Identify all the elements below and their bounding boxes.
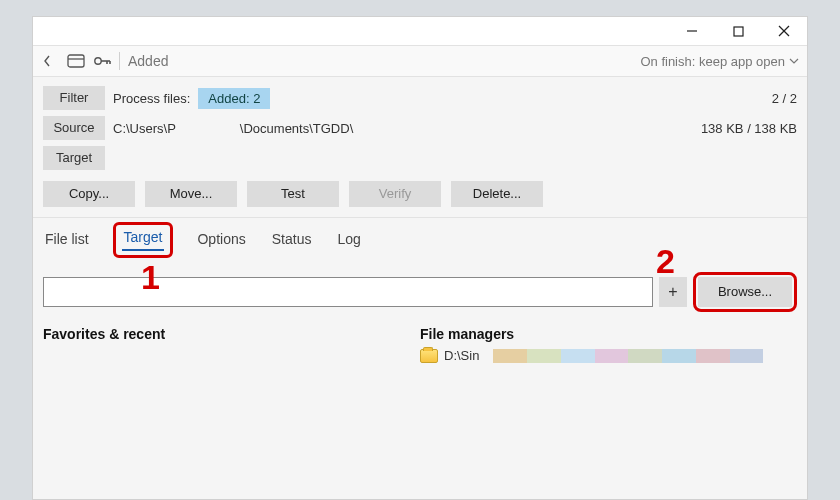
titlebar <box>33 17 807 45</box>
source-button[interactable]: Source <box>43 116 105 140</box>
added-chip[interactable]: Added: 2 <box>198 88 270 109</box>
file-count: 2 / 2 <box>772 91 797 106</box>
source-path-left: C:\Users\P <box>113 121 176 136</box>
delete-button[interactable]: Delete... <box>451 181 543 207</box>
svg-point-7 <box>95 58 101 64</box>
annotation-target-box: Target <box>113 222 174 258</box>
filemanagers-heading: File managers <box>420 326 797 342</box>
svg-rect-1 <box>734 27 743 36</box>
tab-filelist[interactable]: File list <box>43 229 91 251</box>
maximize-button[interactable] <box>715 17 761 45</box>
action-bar: Copy... Move... Test Verify Delete... <box>33 173 807 218</box>
favorites-column: Favorites & recent <box>43 326 420 363</box>
folder-icon <box>420 349 438 363</box>
svg-rect-5 <box>68 55 84 67</box>
redacted-text <box>493 349 763 363</box>
copy-button[interactable]: Copy... <box>43 181 135 207</box>
browse-button[interactable]: Browse... <box>698 277 792 307</box>
filemanagers-column: File managers D:\Sin <box>420 326 797 363</box>
target-button[interactable]: Target <box>43 146 105 170</box>
lists-area: Favorites & recent File managers D:\Sin <box>33 318 807 371</box>
annotation-1: 1 <box>141 258 160 297</box>
move-button[interactable]: Move... <box>145 181 237 207</box>
tab-options[interactable]: Options <box>195 229 247 251</box>
tab-target[interactable]: Target <box>122 227 165 251</box>
tab-status[interactable]: Status <box>270 229 314 251</box>
filemanager-item-label: D:\Sin <box>444 348 479 363</box>
summary-rows: Filter Process files: Added: 2 2 / 2 Sou… <box>33 77 807 173</box>
source-path-right: \Documents\TGDD\ <box>240 121 353 136</box>
target-row: 1 2 + Browse... <box>33 264 807 318</box>
added-label: Added <box>128 53 168 69</box>
filemanager-item[interactable]: D:\Sin <box>420 348 797 363</box>
favorites-heading: Favorites & recent <box>43 326 420 342</box>
annotation-browse-box: Browse... <box>693 272 797 312</box>
tab-log[interactable]: Log <box>335 229 362 251</box>
on-finish-dropdown[interactable]: On finish: keep app open <box>640 54 799 69</box>
process-files-label: Process files: <box>113 91 190 106</box>
verify-button: Verify <box>349 181 441 207</box>
toolbar: Added On finish: keep app open <box>33 45 807 77</box>
close-button[interactable] <box>761 17 807 45</box>
size-label: 138 KB / 138 KB <box>701 121 797 136</box>
card-icon[interactable] <box>67 52 85 70</box>
annotation-2: 2 <box>656 242 675 281</box>
add-target-button[interactable]: + <box>659 277 687 307</box>
back-icon[interactable] <box>41 52 59 70</box>
minimize-button[interactable] <box>669 17 715 45</box>
on-finish-label: On finish: keep app open <box>640 54 785 69</box>
filter-button[interactable]: Filter <box>43 86 105 110</box>
key-icon[interactable] <box>93 52 111 70</box>
app-window: Added On finish: keep app open Filter Pr… <box>32 16 808 500</box>
test-button[interactable]: Test <box>247 181 339 207</box>
chevron-down-icon <box>789 54 799 69</box>
target-path-input[interactable] <box>43 277 653 307</box>
